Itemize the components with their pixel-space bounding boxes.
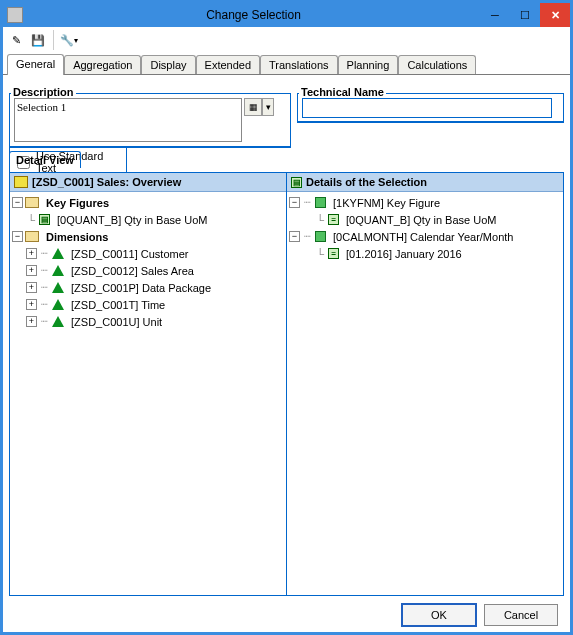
left-tree-header: [ZSD_C001] Sales: Overview	[32, 176, 181, 188]
folder-icon	[25, 197, 39, 208]
dimension-item[interactable]: [ZSD_C0011] Customer	[71, 248, 188, 260]
kf-restriction-item[interactable]: [0QUANT_B] Qty in Base UoM	[346, 214, 496, 226]
technical-name-label: Technical Name	[299, 86, 386, 98]
tab-content: Description ▦ ▾ Use Standard Text Techni…	[3, 75, 570, 632]
detail-view-label: Detail View	[9, 151, 81, 168]
maximize-button[interactable]: ☐	[510, 3, 540, 27]
tab-display[interactable]: Display	[141, 55, 195, 74]
dimension-item[interactable]: [ZSD_C001P] Data Package	[71, 282, 211, 294]
dimension-item[interactable]: [ZSD_C001U] Unit	[71, 316, 162, 328]
dimension-item[interactable]: [ZSD_C001T] Time	[71, 299, 165, 311]
system-icon	[7, 7, 23, 23]
expand-toggle[interactable]: +	[26, 299, 37, 310]
dimension-icon	[52, 248, 64, 259]
toolbar: ✎ 💾 🔧▾	[3, 27, 570, 53]
save-icon[interactable]: 💾	[29, 31, 47, 49]
selection-icon: ▤	[291, 177, 302, 188]
tab-strip: General Aggregation Display Extended Tra…	[3, 53, 570, 75]
key-figure-item[interactable]: [0QUANT_B] Qty in Base UoM	[57, 214, 207, 226]
toolbar-separator	[53, 30, 54, 50]
expand-toggle[interactable]: +	[26, 282, 37, 293]
ok-button[interactable]: OK	[402, 604, 476, 626]
expand-toggle[interactable]: +	[26, 248, 37, 259]
expand-toggle[interactable]: +	[26, 265, 37, 276]
dimension-icon	[52, 316, 64, 327]
cancel-button[interactable]: Cancel	[484, 604, 558, 626]
dimensions-node[interactable]: Dimensions	[46, 231, 108, 243]
title-bar: Change Selection ─ ☐ ✕	[3, 3, 570, 27]
char-restriction-item[interactable]: [01.2016] January 2016	[346, 248, 462, 260]
expand-toggle[interactable]: −	[12, 197, 23, 208]
technical-name-input[interactable]	[302, 98, 552, 118]
expand-toggle[interactable]: −	[12, 231, 23, 242]
cube-icon	[14, 176, 28, 188]
description-label: Description	[11, 86, 76, 98]
left-tree-body[interactable]: − Key Figures └▤ [0QUANT_B] Qty in Base …	[10, 192, 286, 595]
window-title: Change Selection	[27, 8, 480, 22]
detail-view-panel: [ZSD_C001] Sales: Overview − Key Figures…	[9, 172, 564, 596]
dialog-window: Change Selection ─ ☐ ✕ ✎ 💾 🔧▾ General Ag…	[0, 0, 573, 635]
tab-calculations[interactable]: Calculations	[398, 55, 476, 74]
keyfigure-icon: =	[328, 214, 339, 225]
right-tree-body[interactable]: −┈ [1KYFNM] Key Figure └= [0QUANT_B] Qty…	[287, 192, 563, 595]
tab-planning[interactable]: Planning	[338, 55, 399, 74]
expand-toggle[interactable]: −	[289, 231, 300, 242]
dimension-item[interactable]: [ZSD_C0012] Sales Area	[71, 265, 194, 277]
right-tree-header: Details of the Selection	[306, 176, 427, 188]
expand-toggle[interactable]: −	[289, 197, 300, 208]
char-restriction-node[interactable]: [0CALMONTH] Calendar Year/Month	[333, 231, 513, 243]
folder-icon	[25, 231, 39, 242]
minimize-button[interactable]: ─	[480, 3, 510, 27]
close-button[interactable]: ✕	[540, 3, 570, 27]
dimension-icon	[52, 282, 64, 293]
tab-general[interactable]: General	[7, 54, 64, 75]
description-input[interactable]	[14, 98, 242, 142]
characteristic-icon	[315, 197, 326, 208]
tools-icon[interactable]: 🔧▾	[60, 31, 78, 49]
dimension-icon	[52, 299, 64, 310]
value-icon: =	[328, 248, 339, 259]
tab-extended[interactable]: Extended	[196, 55, 260, 74]
edit-icon[interactable]: ✎	[7, 31, 25, 49]
selection-details-tree: ▤ Details of the Selection −┈ [1KYFNM] K…	[287, 173, 563, 595]
description-picker-button[interactable]: ▦	[244, 98, 262, 116]
dimension-icon	[52, 265, 64, 276]
dialog-buttons: OK Cancel	[9, 604, 564, 626]
key-figures-node[interactable]: Key Figures	[46, 197, 109, 209]
keyfigure-icon: ▤	[39, 214, 50, 225]
tab-aggregation[interactable]: Aggregation	[64, 55, 141, 74]
kf-restriction-node[interactable]: [1KYFNM] Key Figure	[333, 197, 440, 209]
expand-toggle[interactable]: +	[26, 316, 37, 327]
tab-translations[interactable]: Translations	[260, 55, 338, 74]
infoprovider-tree: [ZSD_C001] Sales: Overview − Key Figures…	[10, 173, 287, 595]
characteristic-icon	[315, 231, 326, 242]
description-dropdown-button[interactable]: ▾	[262, 98, 274, 116]
